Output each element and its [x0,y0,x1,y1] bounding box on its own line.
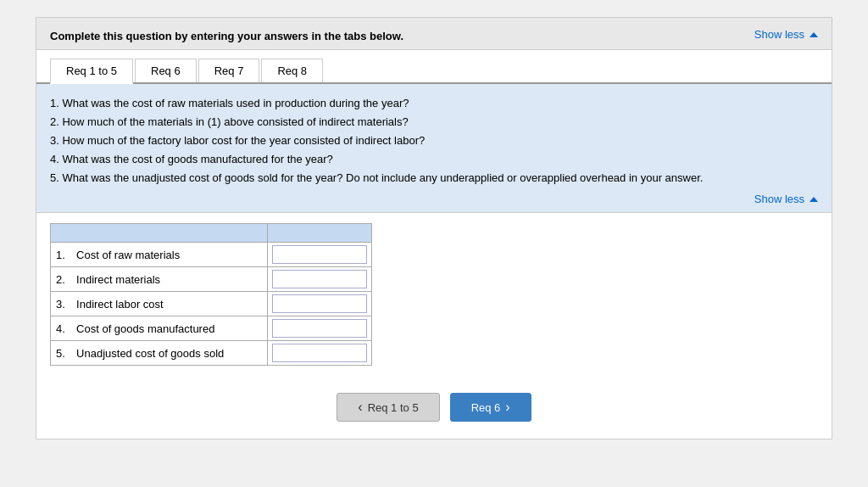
row-1-value-cell [268,243,372,267]
answer-table: 1. Cost of raw materials 2. Indirect mat… [50,223,372,366]
nav-buttons: Req 1 to 5 Req 6 [36,379,832,439]
question-5: 5. What was the unadjusted cost of goods… [50,169,818,188]
row-2-num: 2. [51,267,72,292]
arrow-up-bottom-icon [810,197,818,202]
row-2-label: Indirect materials [71,267,267,292]
chevron-left-icon [358,400,362,414]
row-2-input[interactable] [273,271,366,288]
question-3: 3. How much of the factory labor cost fo… [50,132,818,150]
row-3-input[interactable] [273,295,366,312]
table-row: 5. Unadjusted cost of goods sold [51,341,372,366]
tab-req-7[interactable]: Req 7 [198,59,260,82]
main-container: Complete this question by entering your … [36,17,832,439]
arrow-up-icon [810,32,818,37]
table-header-label [51,224,268,243]
row-1-num: 1. [51,243,72,267]
question-area: 1. What was the cost of raw materials us… [36,84,832,213]
chevron-right-icon [505,400,509,414]
question-4: 4. What was the cost of goods manufactur… [50,150,818,169]
row-4-label: Cost of goods manufactured [71,316,267,341]
row-5-input[interactable] [273,344,366,361]
tab-req-6[interactable]: Req 6 [135,59,197,82]
table-row: 1. Cost of raw materials [51,243,372,267]
row-4-input[interactable] [273,320,366,337]
tab-req-1-to-5[interactable]: Req 1 to 5 [50,59,133,84]
show-less-top-label: Show less [754,28,804,41]
row-2-value-cell [268,267,372,292]
row-3-label: Indirect labor cost [71,292,267,316]
question-2: 2. How much of the materials in (1) abov… [50,113,818,132]
show-less-bottom-label: Show less [754,193,804,205]
question-1: 1. What was the cost of raw materials us… [50,94,818,113]
tabs-row: Req 1 to 5 Req 6 Req 7 Req 8 [36,50,832,84]
row-5-label: Unadjusted cost of goods sold [71,341,267,366]
row-5-num: 5. [51,341,72,366]
show-less-top-button[interactable]: Show less [754,28,818,41]
table-row: 4. Cost of goods manufactured [51,316,372,341]
table-header-value [268,224,372,243]
prev-button[interactable]: Req 1 to 5 [337,393,439,422]
next-button-label: Req 6 [471,401,501,414]
row-5-value-cell [268,341,372,366]
row-4-num: 4. [51,316,72,341]
row-3-value-cell [268,292,372,316]
instruction-text: Complete this question by entering your … [50,30,403,42]
row-4-value-cell [268,316,372,341]
table-row: 2. Indirect materials [51,267,372,292]
tab-req-8[interactable]: Req 8 [261,59,323,82]
next-button[interactable]: Req 6 [450,393,531,422]
show-less-bottom-button[interactable]: Show less [50,193,818,205]
prev-button-label: Req 1 to 5 [368,401,419,414]
row-3-num: 3. [51,292,72,316]
table-area: 1. Cost of raw materials 2. Indirect mat… [36,213,832,379]
table-row: 3. Indirect labor cost [51,292,372,316]
row-1-label: Cost of raw materials [71,243,267,267]
instruction-bar: Complete this question by entering your … [36,18,832,50]
row-1-input[interactable] [273,246,366,263]
